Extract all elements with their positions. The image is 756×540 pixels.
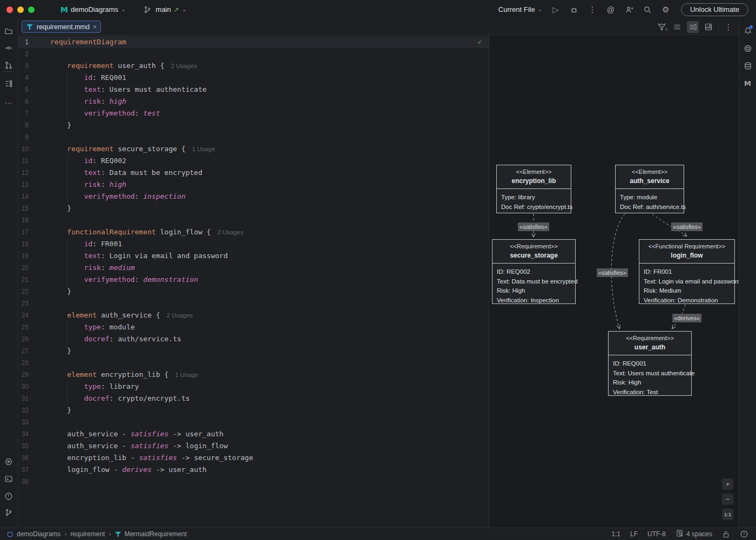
write-access-lock-icon[interactable] <box>722 530 730 538</box>
code-line[interactable]: 18 id: FR001 <box>18 238 489 250</box>
mermaid-help-icon[interactable]: ? <box>656 21 667 33</box>
code-line[interactable]: 26 docref: auth/service.ts <box>18 333 489 345</box>
line-number[interactable]: 16 <box>18 214 29 226</box>
code-line[interactable]: 33 <box>18 416 489 428</box>
code-line[interactable]: 35 auth_service - satisfies -> login_flo… <box>18 440 489 452</box>
line-number[interactable]: 2 <box>18 48 29 60</box>
code-line[interactable]: 20 risk: medium <box>18 262 489 274</box>
database-tool-icon[interactable] <box>742 60 753 71</box>
more-tools-icon[interactable]: … <box>3 96 14 106</box>
ai-chat-tool-icon[interactable] <box>742 43 753 54</box>
usages-inlay-hint[interactable]: 2 Usages <box>167 312 193 319</box>
code-line[interactable]: 3 requirement user_auth {2 Usages <box>18 60 489 72</box>
pull-requests-tool-icon[interactable] <box>3 60 14 71</box>
split-view-icon[interactable] <box>687 21 699 33</box>
debug-button[interactable] <box>569 4 579 15</box>
run-button[interactable]: ▷ <box>550 4 561 15</box>
code-line[interactable]: 29 element encryption_lib {1 Usage <box>18 369 489 381</box>
inspections-status-icon[interactable] <box>740 530 748 538</box>
code-line[interactable]: 38 <box>18 476 489 488</box>
window-zoom-button[interactable] <box>28 6 35 13</box>
run-configuration-select[interactable]: Current File ⌄ <box>498 5 543 14</box>
line-number[interactable]: 3 <box>18 60 29 72</box>
tab-close-icon[interactable]: × <box>93 23 97 31</box>
git-tool-icon[interactable] <box>3 507 14 518</box>
line-separator[interactable]: LF <box>630 530 638 538</box>
line-number[interactable]: 19 <box>18 250 29 262</box>
indent-setting[interactable]: 4 spaces <box>676 529 712 539</box>
code-line[interactable]: 25 type: module <box>18 321 489 333</box>
code-line[interactable]: 23 <box>18 298 489 309</box>
code-line[interactable]: 34 auth_service - satisfies -> user_auth <box>18 428 489 440</box>
line-number[interactable]: 8 <box>18 119 29 131</box>
usages-inlay-hint[interactable]: 1 Usage <box>192 146 215 152</box>
line-number[interactable]: 35 <box>18 440 29 452</box>
line-number[interactable]: 1 <box>18 36 29 48</box>
usages-inlay-hint[interactable]: 1 Usage <box>175 372 198 378</box>
code-line[interactable]: 2 <box>18 48 489 60</box>
line-number[interactable]: 5 <box>18 84 29 96</box>
code-line[interactable]: 32 } <box>18 404 489 416</box>
line-number[interactable]: 29 <box>18 369 29 381</box>
code-line[interactable]: 21 verifymethod: demonstration <box>18 274 489 286</box>
file-encoding[interactable]: UTF-8 <box>647 530 666 538</box>
zoom-reset-button[interactable]: 1:1 <box>722 509 733 520</box>
line-number[interactable]: 9 <box>18 131 29 143</box>
caret-position[interactable]: 1:1 <box>611 530 620 538</box>
code-line[interactable]: 9 <box>18 131 489 143</box>
line-number[interactable]: 37 <box>18 464 29 476</box>
structure-tool-icon[interactable] <box>3 78 14 89</box>
code-line[interactable]: 5 text: Users must authenticate <box>18 84 489 96</box>
code-line[interactable]: 16 <box>18 214 489 226</box>
line-number[interactable]: 36 <box>18 452 29 464</box>
code-line[interactable]: 11 id: REQ002 <box>18 155 489 167</box>
code-line[interactable]: 4 id: REQ001 <box>18 72 489 84</box>
line-number[interactable]: 11 <box>18 155 29 167</box>
unlock-ultimate-button[interactable]: Unlock Ultimate <box>681 3 748 16</box>
line-number[interactable]: 34 <box>18 428 29 440</box>
code-line[interactable]: 30 type: library <box>18 381 489 393</box>
tab-requirement-mmd[interactable]: requirement.mmd × <box>22 21 101 33</box>
line-number[interactable]: 24 <box>18 309 29 321</box>
vcs-widget[interactable]: main ↗ ⌄ <box>142 4 186 15</box>
line-number[interactable]: 10 <box>18 143 29 155</box>
line-number[interactable]: 28 <box>18 357 29 369</box>
line-number[interactable]: 17 <box>18 226 29 238</box>
code-editor[interactable]: 1requirementDiagram✓23 requirement user_… <box>18 35 489 528</box>
project-widget[interactable]: M demoDiagrams ⌄ <box>60 5 126 14</box>
problems-tool-icon[interactable] <box>3 491 14 502</box>
code-line[interactable]: 37 login_flow - derives -> user_auth <box>18 464 489 476</box>
project-tool-icon[interactable] <box>3 26 14 37</box>
code-line[interactable]: 7 verifymethod: test <box>18 107 489 119</box>
code-line[interactable]: 22 } <box>18 286 489 298</box>
zoom-in-button[interactable]: + <box>722 478 733 490</box>
line-number[interactable]: 23 <box>18 298 29 309</box>
run-tool-icon[interactable] <box>3 456 14 467</box>
m-plugin-icon[interactable]: M <box>742 78 753 89</box>
line-number[interactable]: 22 <box>18 286 29 298</box>
terminal-tool-icon[interactable] <box>3 474 14 484</box>
settings-gear-icon[interactable]: ⚙ <box>660 4 671 15</box>
line-number[interactable]: 25 <box>18 321 29 333</box>
code-line[interactable]: 10 requirement secure_storage {1 Usage <box>18 143 489 155</box>
usages-inlay-hint[interactable]: 2 Usages <box>217 229 244 235</box>
code-line[interactable]: 14 verifymethod: inspection <box>18 191 489 202</box>
editor-only-view-icon[interactable] <box>671 21 683 33</box>
code-line[interactable]: 1requirementDiagram✓ <box>18 36 489 48</box>
line-number[interactable]: 21 <box>18 274 29 286</box>
zoom-out-button[interactable]: − <box>722 494 733 505</box>
line-number[interactable]: 14 <box>18 191 29 202</box>
line-number[interactable]: 38 <box>18 476 29 488</box>
code-line[interactable]: 24 element auth_service {2 Usages <box>18 309 489 321</box>
line-number[interactable]: 18 <box>18 238 29 250</box>
line-number[interactable]: 32 <box>18 404 29 416</box>
code-line[interactable]: 36 encryption_lib - satisfies -> secure_… <box>18 452 489 464</box>
notifications-bell-icon[interactable] <box>742 25 753 36</box>
inspection-ok-check-icon[interactable]: ✓ <box>477 36 482 48</box>
code-line[interactable]: 8 } <box>18 119 489 131</box>
breadcrumb-project[interactable]: demoDiagrams <box>17 530 60 538</box>
code-with-me-icon[interactable] <box>624 4 634 15</box>
line-number[interactable]: 13 <box>18 179 29 191</box>
code-line[interactable]: 13 risk: high <box>18 179 489 191</box>
line-number[interactable]: 20 <box>18 262 29 274</box>
